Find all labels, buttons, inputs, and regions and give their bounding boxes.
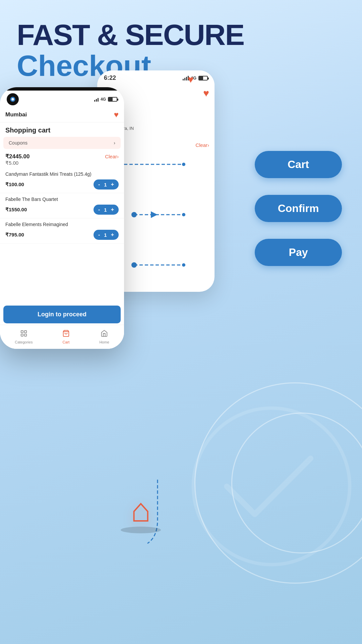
nav-categories-label: Categories — [15, 340, 33, 344]
phone-top-bar — [0, 87, 124, 91]
svg-rect-7 — [21, 334, 23, 336]
confirm-action-btn[interactable]: Confirm — [255, 195, 342, 222]
home-icon — [101, 330, 108, 339]
login-btn[interactable]: Login to proceed — [3, 306, 121, 323]
front-time — [7, 93, 19, 105]
item-price-1: ₹100.00 — [5, 181, 24, 187]
qty-control-3: - 1 + — [94, 230, 119, 240]
pay-action-btn[interactable]: Pay — [255, 239, 342, 266]
svg-point-0 — [193, 408, 350, 565]
cart-item-1: Candyman Fantastik Mini Treats (125.4g) … — [0, 168, 124, 193]
qty-num-3: 1 — [104, 232, 107, 238]
qty-plus-3[interactable]: + — [111, 232, 114, 238]
bottom-nav: Categories Cart — [0, 325, 124, 349]
screen-topbar: Mumbai ♥ — [0, 107, 124, 122]
item-price-3: ₹795.00 — [5, 232, 24, 238]
front-status-icons: 4G — [94, 97, 117, 102]
clear-btn-back[interactable]: Clear › — [195, 142, 209, 148]
cart-icon — [62, 330, 70, 339]
qty-control-1: - 1 + — [94, 179, 119, 190]
coupon-row[interactable]: Coupons › — [3, 137, 121, 149]
qty-control-2: - 1 + — [94, 205, 119, 215]
nav-home[interactable]: Home — [99, 330, 109, 344]
cart-item-3: Fabelle Elements Reimagined ₹795.00 - 1 … — [0, 218, 124, 244]
qty-minus-3[interactable]: - — [98, 232, 100, 238]
total-price: ₹2445.00 — [5, 153, 29, 160]
signal-bar-2 — [184, 78, 185, 80]
heart-icon-back: ♥ — [203, 88, 209, 99]
battery-fill — [199, 76, 203, 80]
svg-rect-5 — [21, 331, 23, 333]
header-title-bold: FAST & SECURE — [17, 20, 244, 50]
item-name-1: Candyman Fantastik Mini Treats (125.4g) — [5, 171, 119, 177]
item-name-2: Fabelle The Bars Quartet — [5, 197, 119, 202]
nav-categories[interactable]: Categories — [15, 330, 33, 344]
categories-icon — [20, 330, 27, 339]
savings-price: ₹5.00 — [5, 160, 18, 166]
city-label: Mumbai — [5, 111, 27, 118]
cart-item-2: Fabelle The Bars Quartet ₹1550.00 - 1 + — [0, 193, 124, 218]
clear-btn[interactable]: Clear › — [105, 154, 119, 159]
qty-plus-1[interactable]: + — [111, 181, 114, 187]
item-name-3: Fabelle Elements Reimagined — [5, 222, 119, 227]
back-phone-heart-right: ♥ — [188, 74, 194, 85]
arrow-up-icon: ⌂ — [121, 493, 161, 527]
svg-rect-6 — [24, 331, 26, 333]
back-phone-statusbar: 6:22 4G — [97, 70, 215, 86]
front-battery — [108, 97, 117, 102]
qty-plus-2[interactable]: + — [111, 207, 114, 213]
coupon-arrow-icon: › — [114, 140, 115, 146]
phone-front-mockup: 4G Mumbai ♥ Shopping cart Coupons › ₹244… — [0, 87, 124, 349]
heart-icon-front: ♥ — [114, 110, 119, 119]
cart-title: Shopping cart — [0, 122, 124, 137]
svg-point-4 — [11, 98, 14, 101]
coupon-label: Coupons — [9, 140, 27, 146]
total-section: ₹2445.00 Clear › ₹5.00 — [0, 149, 124, 168]
qty-num-1: 1 — [104, 182, 107, 187]
front-statusbar: 4G — [0, 91, 124, 107]
front-network: 4G — [101, 97, 106, 102]
item-price-2: ₹1550.00 — [5, 207, 27, 213]
nav-home-label: Home — [99, 340, 109, 344]
signal-bar-1 — [183, 79, 184, 80]
front-signal-bars — [94, 97, 99, 102]
nav-cart[interactable]: Cart — [62, 330, 70, 344]
back-status-icons: 4G — [183, 75, 208, 80]
battery-icon — [198, 76, 208, 80]
bg-checkmark — [188, 402, 355, 570]
svg-rect-8 — [24, 334, 26, 336]
cart-action-btn[interactable]: Cart — [255, 151, 342, 178]
phone-screen: Mumbai ♥ Shopping cart Coupons › ₹2445.0… — [0, 107, 124, 349]
nav-cart-label: Cart — [63, 340, 70, 344]
qty-minus-1[interactable]: - — [98, 181, 100, 187]
qty-num-2: 1 — [104, 207, 107, 213]
qty-minus-2[interactable]: - — [98, 207, 100, 213]
action-labels-container: Cart Confirm Pay — [255, 151, 342, 266]
back-phone-time: 6:22 — [104, 74, 116, 82]
home-arrow-decoration: ⌂ — [121, 493, 161, 533]
signal-bar-3 — [186, 77, 187, 80]
